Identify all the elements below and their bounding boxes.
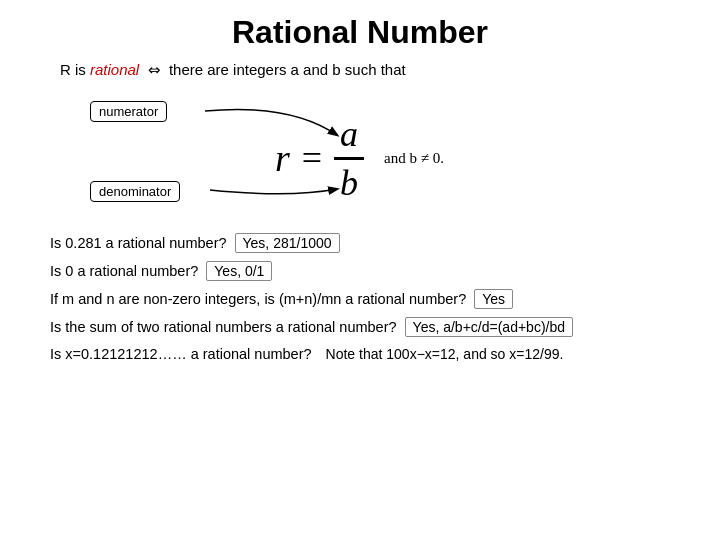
b-condition: and b ≠ 0. — [384, 150, 444, 167]
page-title: Rational Number — [30, 14, 690, 51]
frac-b: b — [340, 162, 358, 204]
definition-rest: there are integers a and b such that — [169, 61, 406, 78]
qa-section: Is 0.281 a rational number? Yes, 281/100… — [50, 233, 690, 363]
qa-row-3: If m and n are non-zero integers, is (m+… — [50, 289, 690, 309]
qa-answer-5: Note that 100x−x=12, and so x=12/99. — [320, 345, 571, 363]
fraction-bar — [334, 157, 364, 160]
frac-a: a — [340, 113, 358, 155]
qa-question-2: Is 0 a rational number? — [50, 263, 198, 279]
qa-question-3: If m and n are non-zero integers, is (m+… — [50, 291, 466, 307]
qa-row-4: Is the sum of two rational numbers a rat… — [50, 317, 690, 337]
page: Rational Number R is rational ⇔ there ar… — [0, 0, 720, 540]
qa-row-2: Is 0 a rational number? Yes, 0/1 — [50, 261, 690, 281]
equals-sign: = — [302, 137, 322, 179]
qa-answer-4: Yes, a/b+c/d=(ad+bc)/bd — [405, 317, 573, 337]
fraction-r: r — [275, 136, 290, 180]
rational-word: rational — [90, 61, 139, 78]
qa-answer-2: Yes, 0/1 — [206, 261, 272, 281]
qa-question-1: Is 0.281 a rational number? — [50, 235, 227, 251]
qa-question-5: Is x=0.12121212…… a rational number? — [50, 346, 312, 362]
definition-line: R is rational ⇔ there are integers a and… — [60, 61, 690, 79]
qa-question-4: Is the sum of two rational numbers a rat… — [50, 319, 397, 335]
qa-answer-3: Yes — [474, 289, 513, 309]
denominator-label: denominator — [90, 181, 180, 202]
fraction-ab: a b — [334, 113, 364, 204]
qa-row-1: Is 0.281 a rational number? Yes, 281/100… — [50, 233, 690, 253]
qa-answer-1: Yes, 281/1000 — [235, 233, 340, 253]
numerator-label: numerator — [90, 101, 167, 122]
qa-row-5: Is x=0.12121212…… a rational number? Not… — [50, 345, 690, 363]
